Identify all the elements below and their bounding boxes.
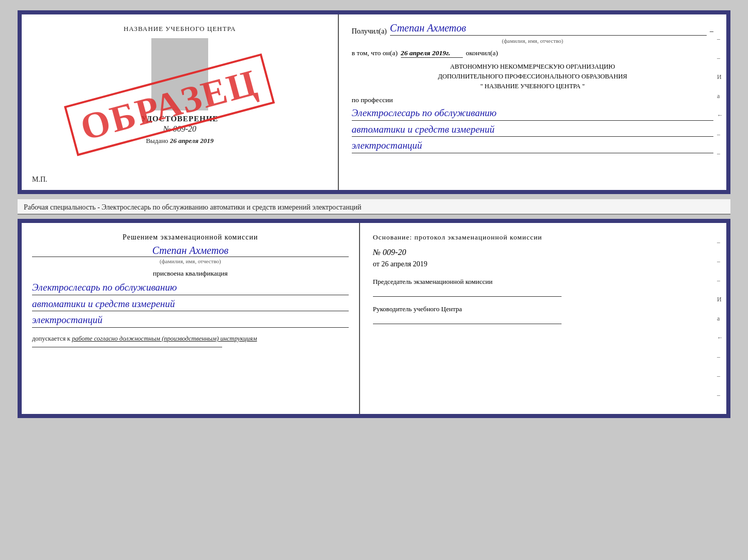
issued-date: 26 апреля 2019 — [170, 137, 214, 145]
issued-prefix: Выдано — [146, 137, 168, 145]
org-line2: ДОПОЛНИТЕЛЬНОГО ПРОФЕССИОНАЛЬНОГО ОБРАЗО… — [352, 72, 713, 82]
bottom-document: Решением экзаменационной комиссии Степан… — [18, 219, 730, 418]
profession-line1: Электрослесарь по обслуживанию — [352, 106, 713, 121]
bottom-left-panel: Решением экзаменационной комиссии Степан… — [22, 223, 360, 414]
certificate-number: № 009-20 — [32, 124, 328, 134]
chairman-block: Председатель экзаменационной комиссии — [373, 278, 716, 297]
profession-line3: электростанций — [352, 139, 713, 153]
protocol-date-value: 26 апреля 2019 — [381, 260, 427, 268]
profession-label: по профессии — [352, 96, 713, 104]
middle-text-content: Рабочая специальность - Электрослесарь п… — [24, 203, 361, 211]
qualification-label: присвоена квалификация — [32, 269, 349, 278]
side-marks-bottom: – – – И а ← – – – — [717, 238, 723, 399]
top-right-panel: Получил(а) Степан Ахметов – (фамилия, им… — [339, 14, 726, 190]
allowed-prefix: допускается к — [32, 335, 70, 342]
mp-label: М.П. — [32, 175, 48, 184]
protocol-number: № 009-20 — [373, 248, 716, 257]
org-line1: АВТОНОМНУЮ НЕКОММЕРЧЕСКУЮ ОРГАНИЗАЦИЮ — [352, 62, 713, 72]
head-block: Руководитель учебного Центра — [373, 305, 716, 324]
certificate-label: УДОСТОВЕРЕНИЕ — [32, 115, 328, 123]
school-name-top: НАЗВАНИЕ УЧЕБНОГО ЦЕНТРА — [32, 25, 328, 33]
commission-title: Решением экзаменационной комиссии — [32, 233, 349, 242]
middle-text: Рабочая специальность - Электрослесарь п… — [18, 199, 730, 215]
bottom-signature-line — [32, 347, 222, 347]
allowed-line: допускается к работе согласно должностны… — [32, 335, 349, 343]
chairman-title: Председатель экзаменационной комиссии — [373, 278, 716, 286]
vt-line: в том, что он(а) 26 апреля 2019г. окончи… — [352, 49, 713, 58]
vt-suffix: окончил(а) — [466, 49, 498, 57]
photo-placeholder — [151, 38, 208, 110]
head-title: Руководитель учебного Центра — [373, 305, 716, 313]
recipient-line: Получил(а) Степан Ахметов – — [352, 22, 713, 36]
side-marks-top: – – И а ← – – — [717, 35, 723, 157]
person-name-bottom: Степан Ахметов — [32, 245, 349, 257]
profession-line2: автоматики и средств измерений — [352, 123, 713, 137]
basis-title: Основание: протокол экзаменационной коми… — [373, 233, 716, 242]
org-block: АВТОНОМНУЮ НЕКОММЕРЧЕСКУЮ ОРГАНИЗАЦИЮ ДО… — [352, 62, 713, 91]
qualification-line3: электростанций — [32, 313, 349, 328]
qualification-line2: автоматики и средств измерений — [32, 297, 349, 312]
chairman-signature-line — [373, 296, 562, 297]
head-signature-line — [373, 324, 562, 324]
protocol-date: от 26 апреля 2019 — [373, 260, 716, 268]
vt-prefix: в том, что он(а) — [352, 49, 398, 57]
top-left-panel: НАЗВАНИЕ УЧЕБНОГО ЦЕНТРА ОБРАЗЕЦ УДОСТОВ… — [22, 14, 339, 190]
issued-line: Выдано 26 апреля 2019 — [32, 137, 328, 145]
recipient-subtext: (фамилия, имя, отчество) — [352, 38, 713, 44]
bottom-right-panel: Основание: протокол экзаменационной коми… — [360, 223, 726, 414]
qualification-line1: Электрослесарь по обслуживанию — [32, 281, 349, 295]
vt-date: 26 апреля 2019г. — [401, 49, 463, 58]
person-subtext-bottom: (фамилия, имя, отчество) — [32, 258, 349, 264]
recipient-label: Получил(а) — [352, 27, 387, 36]
recipient-name: Степан Ахметов — [390, 22, 707, 36]
protocol-date-prefix: от — [373, 260, 380, 268]
recipient-dash: – — [710, 27, 713, 36]
allowed-text: работе согласно должностным (производств… — [72, 335, 257, 342]
top-document: НАЗВАНИЕ УЧЕБНОГО ЦЕНТРА ОБРАЗЕЦ УДОСТОВ… — [18, 10, 730, 194]
org-line3: " НАЗВАНИЕ УЧЕБНОГО ЦЕНТРА " — [352, 82, 713, 91]
